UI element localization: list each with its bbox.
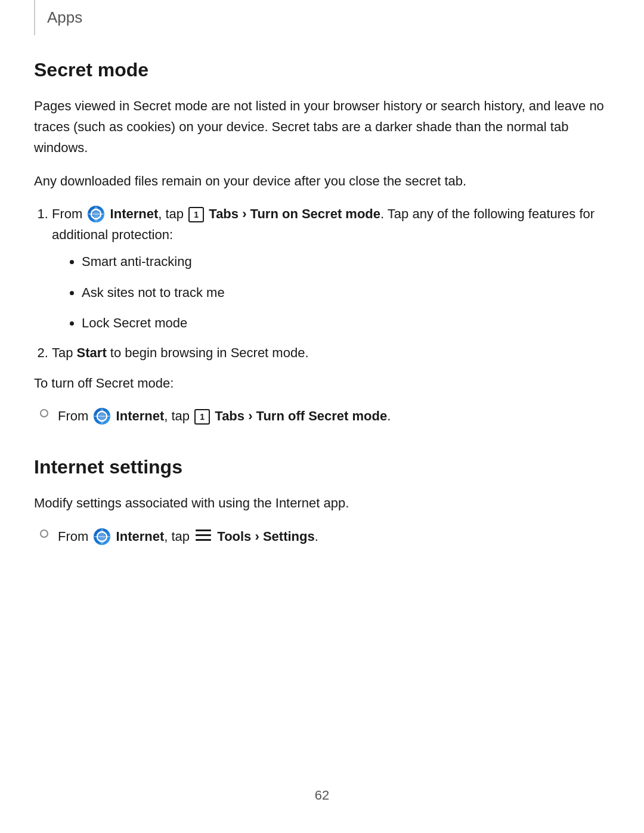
internet-settings-title: Internet settings (34, 456, 610, 478)
step2-tap: Tap (52, 345, 73, 360)
main-content: Secret mode Pages viewed in Secret mode … (0, 35, 644, 602)
step1-tabs-bold: Tabs › Turn on Secret mode (209, 206, 380, 221)
tabs-icon-2 (194, 409, 210, 425)
settings-tools-label: Tools › Settings (217, 529, 314, 544)
step-1: From (52, 203, 610, 335)
tabs-icon-1 (188, 207, 204, 222)
settings-period: . (315, 529, 318, 544)
internet-settings-desc: Modify settings associated with using th… (34, 493, 610, 513)
settings-tap: , tap (164, 529, 190, 544)
apps-label: Apps (47, 8, 82, 26)
settings-instruction-text: From (58, 526, 610, 548)
secret-mode-desc2: Any downloaded files remain on your devi… (34, 171, 610, 191)
turn-off-middle: , tap (164, 408, 190, 423)
secret-mode-section: Secret mode Pages viewed in Secret mode … (34, 59, 610, 426)
step1-internet: Internet (110, 206, 159, 221)
step2-suffix: to begin browsing in Secret mode. (110, 345, 309, 360)
settings-from: From (58, 529, 88, 544)
turn-off-label: To turn off Secret mode: (34, 373, 610, 394)
turn-off-bold: Tabs › Turn off Secret mode (215, 408, 387, 423)
svg-rect-10 (196, 534, 211, 536)
circle-bullet-2 (40, 529, 48, 538)
turn-off-instruction: From (40, 405, 610, 426)
bullet-3: Lock Secret mode (82, 311, 610, 335)
page-number: 62 (315, 788, 329, 803)
turn-off-internet: Internet (116, 408, 165, 423)
internet-settings-section: Internet settings Modify settings associ… (34, 456, 610, 547)
internet-icon-1 (87, 205, 105, 223)
internet-icon-2 (93, 407, 111, 425)
step-2: Tap Start to begin browsing in Secret mo… (52, 342, 610, 363)
internet-settings-instruction: From (40, 526, 610, 548)
turn-off-from: From (58, 408, 88, 423)
secret-mode-steps: From (52, 203, 610, 363)
svg-rect-11 (196, 539, 211, 541)
turn-off-text: From (58, 405, 610, 426)
page-container: Apps Secret mode Pages viewed in Secret … (0, 0, 644, 833)
svg-rect-9 (196, 529, 211, 531)
circle-bullet-1 (40, 409, 48, 417)
secret-mode-title: Secret mode (34, 59, 610, 81)
bullet-2: Ask sites not to track me (82, 281, 610, 305)
tools-icon (196, 527, 211, 547)
bullet-1: Smart anti-tracking (82, 250, 610, 274)
step1-from: From (52, 206, 82, 221)
settings-internet-name: Internet (116, 529, 165, 544)
step1-tap: , tap (158, 206, 184, 221)
step2-start: Start (77, 345, 107, 360)
secret-mode-desc1: Pages viewed in Secret mode are not list… (34, 95, 610, 159)
turn-off-period: . (387, 408, 391, 423)
header-bar: Apps (34, 0, 610, 35)
internet-icon-3 (93, 528, 111, 546)
secret-mode-bullets: Smart anti-tracking Ask sites not to tra… (82, 250, 610, 335)
